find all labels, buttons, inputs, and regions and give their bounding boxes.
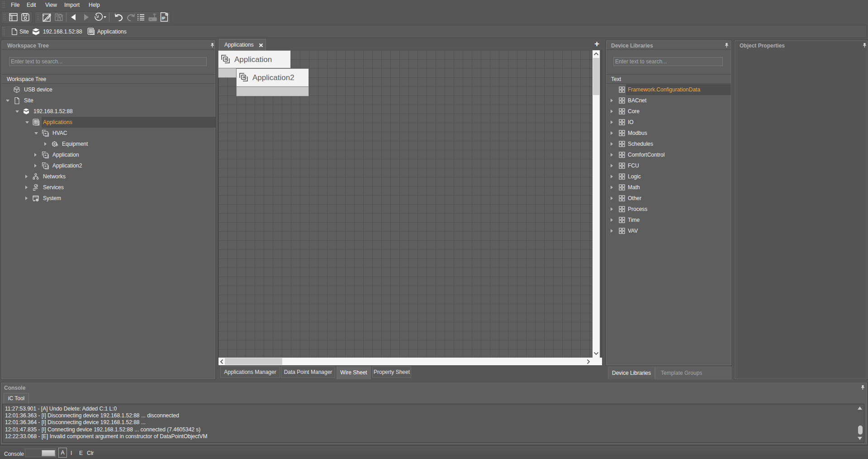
svg-text:IP: IP <box>162 16 166 20</box>
